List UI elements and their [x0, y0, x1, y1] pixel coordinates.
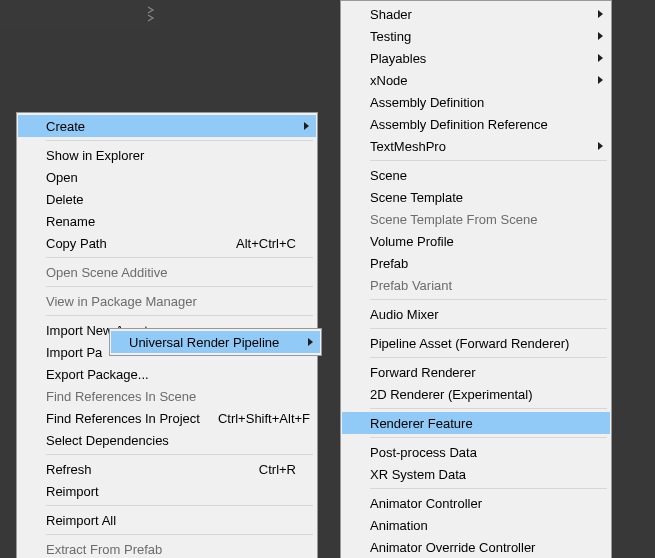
menu-item-label: Volume Profile	[370, 234, 454, 249]
menu-item-label: Prefab	[370, 256, 408, 271]
menu-item-renderer-feature[interactable]: Renderer Feature	[342, 412, 610, 434]
menu-separator	[370, 357, 607, 358]
menu-item-find-references-in-project[interactable]: Find References In ProjectCtrl+Shift+Alt…	[18, 407, 316, 429]
menu-item-label: Animator Controller	[370, 496, 482, 511]
menu-item-label: Scene Template From Scene	[370, 212, 537, 227]
menu-item-delete[interactable]: Delete	[18, 188, 316, 210]
menu-item-shortcut: Ctrl+Shift+Alt+F	[200, 411, 310, 426]
menu-item-shader[interactable]: Shader	[342, 3, 610, 25]
menu-item-label: Export Package...	[46, 367, 149, 382]
menu-item-export-package[interactable]: Export Package...	[18, 363, 316, 385]
menu-separator	[46, 534, 313, 535]
menu-item-prefab-variant: Prefab Variant	[342, 274, 610, 296]
menu-item-label: Animator Override Controller	[370, 540, 535, 555]
menu-item-label: Prefab Variant	[370, 278, 452, 293]
menu-item-label: Testing	[370, 29, 411, 44]
menu-item-post-process-data[interactable]: Post-process Data	[342, 441, 610, 463]
menu-item-volume-profile[interactable]: Volume Profile	[342, 230, 610, 252]
menu-item-label: Copy Path	[46, 236, 107, 251]
menu-separator	[46, 140, 313, 141]
menu-item-label: Delete	[46, 192, 84, 207]
menu-separator	[46, 286, 313, 287]
menu-item-reimport[interactable]: Reimport	[18, 480, 316, 502]
editor-toolbar-fragment	[0, 0, 160, 28]
menu-item-playables[interactable]: Playables	[342, 47, 610, 69]
menu-item-label: 2D Renderer (Experimental)	[370, 387, 533, 402]
menu-item-label: Import Pa	[46, 345, 102, 360]
menu-item-label: Renderer Feature	[370, 416, 473, 431]
menu-separator	[46, 257, 313, 258]
menu-item-label: Refresh	[46, 462, 92, 477]
menu-item-label: Open Scene Additive	[46, 265, 167, 280]
menu-item-select-dependencies[interactable]: Select Dependencies	[18, 429, 316, 451]
menu-item-label: Find References In Project	[46, 411, 200, 426]
menu-item-copy-path[interactable]: Copy PathAlt+Ctrl+C	[18, 232, 316, 254]
menu-separator	[370, 160, 607, 161]
menu-item-open-scene-additive: Open Scene Additive	[18, 261, 316, 283]
menu-item-assembly-definition-reference[interactable]: Assembly Definition Reference	[342, 113, 610, 135]
menu-item-forward-renderer[interactable]: Forward Renderer	[342, 361, 610, 383]
menu-item-animator-override-controller[interactable]: Animator Override Controller	[342, 536, 610, 558]
menu-item-find-references-in-scene: Find References In Scene	[18, 385, 316, 407]
menu-item-label: Playables	[370, 51, 426, 66]
menu-item-label: Universal Render Pipeline	[129, 335, 279, 350]
menu-item-label: Reimport All	[46, 513, 116, 528]
menu-item-view-in-package-manager: View in Package Manager	[18, 290, 316, 312]
menu-item-audio-mixer[interactable]: Audio Mixer	[342, 303, 610, 325]
menu-separator	[370, 437, 607, 438]
menu-item-open[interactable]: Open	[18, 166, 316, 188]
menu-item-universal-render-pipeline[interactable]: Universal Render Pipeline	[111, 331, 320, 353]
menu-item-prefab[interactable]: Prefab	[342, 252, 610, 274]
context-menu-urp[interactable]: Universal Render Pipeline	[109, 328, 322, 356]
menu-separator	[370, 299, 607, 300]
menu-item-scene-template-from-scene: Scene Template From Scene	[342, 208, 610, 230]
context-menu-create[interactable]: ShaderTestingPlayablesxNodeAssembly Defi…	[340, 0, 612, 558]
menu-separator	[46, 505, 313, 506]
menu-item-label: Assembly Definition Reference	[370, 117, 548, 132]
menu-item-label: Open	[46, 170, 78, 185]
menu-item-assembly-definition[interactable]: Assembly Definition	[342, 91, 610, 113]
menu-item-label: Create	[46, 119, 85, 134]
menu-item-animator-controller[interactable]: Animator Controller	[342, 492, 610, 514]
menu-item-shortcut: Alt+Ctrl+C	[218, 236, 296, 251]
menu-item-create[interactable]: Create	[18, 115, 316, 137]
menu-item-label: xNode	[370, 73, 408, 88]
menu-separator	[46, 454, 313, 455]
menu-item-label: Select Dependencies	[46, 433, 169, 448]
menu-item-label: View in Package Manager	[46, 294, 197, 309]
menu-item-2d-renderer-experimental[interactable]: 2D Renderer (Experimental)	[342, 383, 610, 405]
menu-item-label: Forward Renderer	[370, 365, 476, 380]
menu-item-rename[interactable]: Rename	[18, 210, 316, 232]
menu-item-refresh[interactable]: RefreshCtrl+R	[18, 458, 316, 480]
menu-item-label: Reimport	[46, 484, 99, 499]
menu-item-extract-from-prefab: Extract From Prefab	[18, 538, 316, 558]
menu-item-scene[interactable]: Scene	[342, 164, 610, 186]
menu-item-testing[interactable]: Testing	[342, 25, 610, 47]
menu-item-animation[interactable]: Animation	[342, 514, 610, 536]
menu-item-label: Scene Template	[370, 190, 463, 205]
menu-item-label: XR System Data	[370, 467, 466, 482]
menu-item-label: Scene	[370, 168, 407, 183]
menu-item-label: Find References In Scene	[46, 389, 196, 404]
menu-item-label: Assembly Definition	[370, 95, 484, 110]
chevron-right-icon	[146, 5, 156, 23]
menu-separator	[370, 488, 607, 489]
menu-item-pipeline-asset-forward-renderer[interactable]: Pipeline Asset (Forward Renderer)	[342, 332, 610, 354]
menu-item-xr-system-data[interactable]: XR System Data	[342, 463, 610, 485]
menu-item-label: Audio Mixer	[370, 307, 439, 322]
menu-item-reimport-all[interactable]: Reimport All	[18, 509, 316, 531]
menu-item-label: Shader	[370, 7, 412, 22]
menu-item-label: Show in Explorer	[46, 148, 144, 163]
menu-item-xnode[interactable]: xNode	[342, 69, 610, 91]
menu-item-textmeshpro[interactable]: TextMeshPro	[342, 135, 610, 157]
menu-item-label: Extract From Prefab	[46, 542, 162, 557]
menu-item-label: Post-process Data	[370, 445, 477, 460]
menu-item-label: Animation	[370, 518, 428, 533]
menu-item-scene-template[interactable]: Scene Template	[342, 186, 610, 208]
menu-item-label: TextMeshPro	[370, 139, 446, 154]
menu-separator	[370, 408, 607, 409]
menu-separator	[370, 328, 607, 329]
menu-item-show-in-explorer[interactable]: Show in Explorer	[18, 144, 316, 166]
menu-item-label: Pipeline Asset (Forward Renderer)	[370, 336, 569, 351]
menu-item-shortcut: Ctrl+R	[241, 462, 296, 477]
